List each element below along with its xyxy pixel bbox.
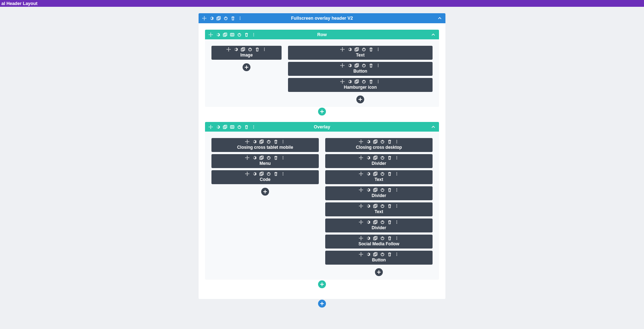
more-icon[interactable] xyxy=(281,156,285,160)
more-icon[interactable] xyxy=(376,63,380,68)
trash-icon[interactable] xyxy=(274,172,278,176)
power-icon[interactable] xyxy=(224,16,228,20)
trash-icon[interactable] xyxy=(274,156,278,160)
trash-icon[interactable] xyxy=(387,236,392,240)
more-icon[interactable] xyxy=(238,16,242,20)
section-header[interactable]: Fullscreen overlay header V2 xyxy=(199,13,445,23)
more-icon[interactable] xyxy=(376,47,380,51)
more-icon[interactable] xyxy=(281,139,285,144)
more-icon[interactable] xyxy=(395,220,399,224)
trash-icon[interactable] xyxy=(387,139,392,144)
add-row-button[interactable] xyxy=(318,108,326,116)
duplicate-icon[interactable] xyxy=(259,139,264,144)
gear-icon[interactable] xyxy=(216,125,220,129)
more-icon[interactable] xyxy=(281,172,285,176)
duplicate-icon[interactable] xyxy=(223,125,227,129)
row-header[interactable]: Row xyxy=(205,30,439,39)
more-icon[interactable] xyxy=(395,156,399,160)
move-icon[interactable] xyxy=(340,63,345,68)
power-icon[interactable] xyxy=(380,139,385,144)
duplicate-icon[interactable] xyxy=(373,220,377,224)
gear-icon[interactable] xyxy=(366,220,370,224)
power-icon[interactable] xyxy=(237,33,241,37)
module[interactable]: Divider xyxy=(325,186,433,200)
move-icon[interactable] xyxy=(359,252,363,256)
move-icon[interactable] xyxy=(209,33,213,37)
add-row-button[interactable] xyxy=(318,280,326,288)
power-icon[interactable] xyxy=(380,188,385,192)
duplicate-icon[interactable] xyxy=(373,172,377,176)
move-icon[interactable] xyxy=(359,236,363,240)
chevron-up-icon[interactable] xyxy=(431,33,435,37)
power-icon[interactable] xyxy=(380,252,385,256)
trash-icon[interactable] xyxy=(231,16,235,20)
duplicate-icon[interactable] xyxy=(355,63,359,68)
power-icon[interactable] xyxy=(380,156,385,160)
gear-icon[interactable] xyxy=(209,16,214,20)
power-icon[interactable] xyxy=(362,63,366,68)
gear-icon[interactable] xyxy=(366,204,370,208)
more-icon[interactable] xyxy=(252,125,256,129)
trash-icon[interactable] xyxy=(387,204,392,208)
trash-icon[interactable] xyxy=(387,172,392,176)
add-module-button[interactable] xyxy=(243,63,250,71)
power-icon[interactable] xyxy=(380,236,385,240)
more-icon[interactable] xyxy=(262,47,267,51)
more-icon[interactable] xyxy=(395,252,399,256)
chevron-up-icon[interactable] xyxy=(438,16,442,20)
move-icon[interactable] xyxy=(359,139,363,144)
duplicate-icon[interactable] xyxy=(373,156,377,160)
gear-icon[interactable] xyxy=(216,33,220,37)
move-icon[interactable] xyxy=(226,47,231,51)
module[interactable]: Text xyxy=(288,46,433,60)
trash-icon[interactable] xyxy=(387,252,392,256)
module[interactable]: Closing cross tablet mobile xyxy=(211,138,319,152)
trash-icon[interactable] xyxy=(255,47,259,51)
move-icon[interactable] xyxy=(245,139,249,144)
more-icon[interactable] xyxy=(395,204,399,208)
move-icon[interactable] xyxy=(359,220,363,224)
gear-icon[interactable] xyxy=(252,156,257,160)
power-icon[interactable] xyxy=(267,172,271,176)
duplicate-icon[interactable] xyxy=(259,172,264,176)
trash-icon[interactable] xyxy=(387,220,392,224)
gear-icon[interactable] xyxy=(366,156,370,160)
module[interactable]: Closing cross desktop xyxy=(325,138,433,152)
gear-icon[interactable] xyxy=(366,172,370,176)
move-icon[interactable] xyxy=(359,188,363,192)
move-icon[interactable] xyxy=(245,156,249,160)
move-icon[interactable] xyxy=(359,204,363,208)
module[interactable]: Divider xyxy=(325,154,433,168)
more-icon[interactable] xyxy=(395,236,399,240)
duplicate-icon[interactable] xyxy=(373,236,377,240)
power-icon[interactable] xyxy=(237,125,241,129)
module[interactable]: Image xyxy=(211,46,282,60)
gear-icon[interactable] xyxy=(366,236,370,240)
trash-icon[interactable] xyxy=(369,79,373,84)
move-icon[interactable] xyxy=(245,172,249,176)
columns-icon[interactable] xyxy=(230,33,234,37)
trash-icon[interactable] xyxy=(274,139,278,144)
gear-icon[interactable] xyxy=(347,63,352,68)
move-icon[interactable] xyxy=(359,156,363,160)
trash-icon[interactable] xyxy=(369,63,373,68)
trash-icon[interactable] xyxy=(387,156,392,160)
power-icon[interactable] xyxy=(267,139,271,144)
module[interactable]: Button xyxy=(288,62,433,76)
module[interactable]: Text xyxy=(325,170,433,184)
module[interactable]: Menu xyxy=(211,154,319,168)
move-icon[interactable] xyxy=(340,79,345,84)
gear-icon[interactable] xyxy=(366,139,370,144)
module[interactable]: Text xyxy=(325,202,433,216)
move-icon[interactable] xyxy=(340,47,345,51)
trash-icon[interactable] xyxy=(244,33,249,37)
power-icon[interactable] xyxy=(380,204,385,208)
chevron-up-icon[interactable] xyxy=(431,125,435,129)
duplicate-icon[interactable] xyxy=(241,47,245,51)
power-icon[interactable] xyxy=(380,220,385,224)
duplicate-icon[interactable] xyxy=(373,139,377,144)
gear-icon[interactable] xyxy=(366,252,370,256)
module[interactable]: Social Media Follow xyxy=(325,235,433,249)
power-icon[interactable] xyxy=(267,156,271,160)
row-header[interactable]: Overlay xyxy=(205,122,439,132)
